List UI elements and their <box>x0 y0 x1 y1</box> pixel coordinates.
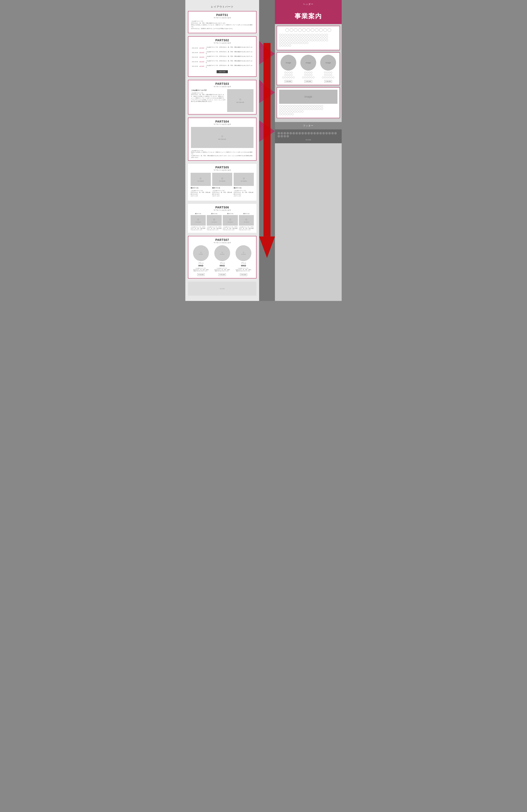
text-dot <box>284 111 286 113</box>
plan-price: ¥ 00,000 <box>240 273 247 276</box>
text-dot <box>306 37 308 39</box>
text-dot <box>294 42 296 44</box>
fake-title: これは仮タイトルです <box>191 89 225 91</box>
text-dot <box>282 108 284 110</box>
col-text: これは仮テキストです。文字の大きさ、面、字形、行数を確認するために入れています。 <box>207 226 222 231</box>
parts03-content: これは仮タイトルです これは仮テキストです。文字の大きさ、面、字形、行数を確認す… <box>191 89 254 112</box>
nav-circle[interactable] <box>315 28 318 32</box>
nav-circle[interactable] <box>307 28 310 32</box>
dot <box>313 76 314 78</box>
text-dot <box>286 105 289 107</box>
footer-dot <box>277 132 280 134</box>
nav-circle[interactable] <box>311 28 314 32</box>
text-dot <box>286 42 289 44</box>
dot <box>289 76 290 78</box>
text-dot <box>289 105 291 107</box>
no-image-label: NO IMAGE <box>199 254 203 255</box>
footer-dot <box>296 132 298 134</box>
parts03-left: これは仮タイトルです これは仮テキストです。文字の大きさ、面、字形、行数を確認す… <box>191 89 225 112</box>
parts06-image: ⊙ NO IMAGE <box>190 215 206 226</box>
parts02-section: PARTS02 サブタイトルが入ります 2021.03.00会社名目これは仮テキ… <box>188 37 256 77</box>
text-dot <box>326 39 328 41</box>
text-dot <box>301 37 303 39</box>
dot <box>291 72 293 73</box>
footer-dot <box>316 132 319 134</box>
news-list: 2021.03.00会社名目これは仮テキストです。文字の大きさ、面、字形、行数を… <box>191 46 254 69</box>
nav-circle[interactable] <box>298 28 302 32</box>
text-dot <box>296 34 298 36</box>
right-main-title: 事業案内 <box>275 9 342 24</box>
text-dot <box>306 42 308 44</box>
view-more-button[interactable]: view more <box>217 70 228 73</box>
text-dot <box>289 37 291 39</box>
dot <box>328 76 330 78</box>
text-dot <box>296 105 298 107</box>
parts04-text: これは仮テキストです。Webなどを作成したり販売をしていないか、皆様のホームペー… <box>191 150 254 158</box>
camera-icon: ⊙ <box>213 218 215 221</box>
nav-circle[interactable] <box>294 28 297 32</box>
parts07-section: PARTS07 サブタイトルが入ります ⊙ NO IMAGE プラン1 000分… <box>188 236 256 278</box>
text-dot <box>289 113 291 115</box>
nav-circle[interactable] <box>319 28 323 32</box>
parts05-title: PARTS05 <box>190 166 254 169</box>
parts1-subtitle: サブタイトルが入ります <box>191 17 254 19</box>
text-dot <box>318 39 321 41</box>
footer-text: Co Coo <box>220 288 225 290</box>
dot <box>307 76 308 78</box>
text-dot <box>318 34 321 36</box>
text-dot <box>291 105 294 107</box>
product-dots <box>319 72 338 73</box>
item-title: 仮タイトル <box>234 187 254 189</box>
text-dot <box>294 37 296 39</box>
right-content: image <box>275 24 342 122</box>
text-dot <box>282 39 284 41</box>
connector-svg <box>259 0 275 301</box>
plan-min: 000分 <box>212 264 232 267</box>
no-image-label: NO IMAGE <box>212 221 217 223</box>
nav-circle[interactable] <box>324 28 327 32</box>
svg-marker-6 <box>259 79 264 88</box>
dot <box>284 74 286 76</box>
text-dot <box>314 108 316 110</box>
footer-dot <box>331 132 334 134</box>
parts02-subtitle: サブタイトルが入ります <box>191 42 254 44</box>
text-dot <box>321 108 323 110</box>
footer-dot <box>322 132 325 134</box>
text-dot <box>311 39 313 41</box>
news-row: 2021.03.00会社名目これは仮テキストです。文字の大きさ、面、字形、行数を… <box>191 46 253 50</box>
text-dot <box>286 113 289 115</box>
svg-marker-0 <box>259 43 275 64</box>
col-title: 仮タイトル <box>190 213 206 215</box>
footer-dot <box>293 132 295 134</box>
right-footer: フッター <box>275 122 342 129</box>
product-image-2: image <box>300 55 316 71</box>
text-dot <box>286 39 289 41</box>
news-row: 2021.03.00会社名目これは仮テキストです。文字の大きさ、面、字形、行数を… <box>191 64 253 69</box>
no-image-label: NO IMAGE <box>236 101 244 103</box>
text-dot <box>309 37 311 39</box>
text-dot <box>311 34 313 36</box>
footer-dot <box>304 132 307 134</box>
parts06-item: 仮タイトル ⊙ NO IMAGE これは仮テキストです。文字の大きさ、面、字形、… <box>207 213 222 231</box>
parts03-title: PARTS03 <box>191 82 254 86</box>
text-dot <box>306 108 308 110</box>
left-header: レイアウトパーツ <box>188 3 256 11</box>
parts03-text: これは仮テキストです。文字の大きさ、面、字形、行数を確認するために入れています。… <box>191 92 225 103</box>
nav-circle[interactable] <box>285 28 289 32</box>
text-circles <box>279 33 338 48</box>
text-dot <box>284 105 286 107</box>
product-dots-2 <box>299 74 317 76</box>
nav-circle[interactable] <box>290 28 293 32</box>
dot <box>326 76 328 78</box>
text-dot <box>326 34 328 36</box>
parts05-item: ⊙ NO IMAGE 仮タイトル これは仮テキストです。文字の大きさ、面、字形、… <box>234 173 254 197</box>
right-column: ヘッダー 事業案内 <box>275 0 342 301</box>
plan-label: プラン1 <box>234 262 254 264</box>
product-price: ¥ 00,000 <box>325 80 332 83</box>
nav-circle[interactable] <box>328 28 331 32</box>
nav-circle[interactable] <box>302 28 306 32</box>
text-dot <box>279 37 281 39</box>
text-dot <box>294 39 296 41</box>
footer-dot <box>334 132 337 134</box>
dot <box>326 74 328 76</box>
